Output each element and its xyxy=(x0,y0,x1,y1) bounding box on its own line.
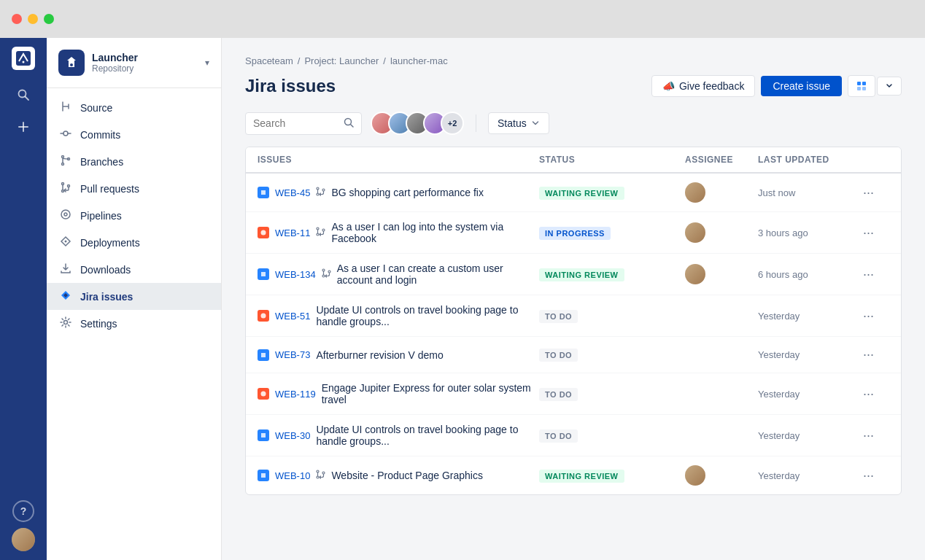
repo-info: Launcher Repository xyxy=(92,52,198,74)
last-updated: Just now xyxy=(758,187,860,198)
breadcrumb-spaceteam[interactable]: Spaceteam xyxy=(245,55,293,66)
table-row: WEB-73 Afterburner revision V demo TO DO… xyxy=(246,337,901,373)
more-button[interactable]: ··· xyxy=(860,346,877,364)
sidebar-item-pipelines[interactable]: Pipelines xyxy=(47,202,221,229)
sidebar-label-branches: Branches xyxy=(80,156,123,168)
give-feedback-button[interactable]: 📣 Give feedback xyxy=(651,75,756,97)
settings-icon xyxy=(58,316,73,330)
pull-requests-icon xyxy=(58,182,73,195)
status-badge: WAITING REVIEW xyxy=(539,268,624,281)
issue-key[interactable]: WEB-119 xyxy=(275,389,316,400)
svg-point-1 xyxy=(23,61,25,63)
issue-type-story-icon xyxy=(258,470,269,481)
status-filter-button[interactable]: Status xyxy=(488,112,549,134)
chevron-view-button[interactable] xyxy=(877,77,902,96)
more-button[interactable]: ··· xyxy=(860,385,877,403)
assignee-avatar xyxy=(685,222,705,243)
table-row: WEB-11 As a user I can log into the syst… xyxy=(246,212,901,254)
sidebar-item-settings[interactable]: Settings xyxy=(47,310,221,337)
branches-icon xyxy=(58,155,73,168)
issue-cell: WEB-73 Afterburner revision V demo xyxy=(258,349,539,361)
more-button[interactable]: ··· xyxy=(860,265,877,284)
issue-cell: WEB-30 Update UI controls on travel book… xyxy=(258,424,539,447)
col-issues: Issues xyxy=(258,155,539,165)
table-row: WEB-134 As a user I can create a custom … xyxy=(246,254,901,295)
issue-title: Website - Product Page Graphics xyxy=(331,470,483,481)
sidebar-label-commits: Commits xyxy=(80,129,120,141)
last-updated: Yesterday xyxy=(758,430,860,441)
app-layout: ? Launcher Repository ▾ xyxy=(0,38,925,560)
more-button[interactable]: ··· xyxy=(860,224,877,242)
breadcrumb-project[interactable]: Project: Launcher xyxy=(304,55,379,66)
search-input[interactable] xyxy=(253,117,339,129)
breadcrumb: Spaceteam / Project: Launcher / launcher… xyxy=(245,55,902,66)
sidebar-icon-add[interactable] xyxy=(10,114,36,140)
breadcrumb-repo[interactable]: launcher-mac xyxy=(390,55,448,66)
sidebar-item-pull-requests[interactable]: Pull requests xyxy=(47,175,221,202)
sidebar-icon-search[interactable] xyxy=(10,82,36,108)
more-button[interactable]: ··· xyxy=(860,184,877,202)
more-button[interactable]: ··· xyxy=(860,427,877,445)
view-icon-button[interactable] xyxy=(848,75,875,97)
status-cell: IN PROGRESS xyxy=(539,226,685,240)
repo-name: Launcher xyxy=(92,52,198,63)
status-cell: TO DO xyxy=(539,309,685,323)
sidebar-label-pipelines: Pipelines xyxy=(80,210,122,222)
status-badge: IN PROGRESS xyxy=(539,227,611,240)
close-button[interactable] xyxy=(12,14,22,24)
svg-rect-23 xyxy=(857,82,861,85)
sidebar-label-source: Source xyxy=(80,102,112,114)
svg-point-22 xyxy=(64,321,68,324)
repo-type: Repository xyxy=(92,63,198,74)
user-avatar[interactable] xyxy=(12,528,35,551)
create-issue-button[interactable]: Create issue xyxy=(761,76,842,96)
col-status: Status xyxy=(539,155,685,165)
svg-point-36 xyxy=(322,229,325,231)
last-updated: Yesterday xyxy=(758,311,860,322)
issue-key[interactable]: WEB-30 xyxy=(275,430,310,441)
table-row: WEB-51 Update UI controls on travel book… xyxy=(246,295,901,337)
sidebar-item-downloads[interactable]: Downloads xyxy=(47,256,221,283)
issue-key[interactable]: WEB-134 xyxy=(275,269,316,280)
assignee-cell xyxy=(685,264,758,284)
status-cell: WAITING REVIEW xyxy=(539,186,685,200)
pr-icon xyxy=(316,227,325,238)
minimize-button[interactable] xyxy=(28,14,38,24)
more-button[interactable]: ··· xyxy=(860,467,877,485)
issue-key[interactable]: WEB-45 xyxy=(275,187,310,198)
issue-title: Afterburner revision V demo xyxy=(316,349,443,361)
sidebar-item-deployments[interactable]: Deployments xyxy=(47,229,221,256)
issue-key[interactable]: WEB-10 xyxy=(275,470,310,481)
sidebar-item-branches[interactable]: Branches xyxy=(47,148,221,175)
status-cell: WAITING REVIEW xyxy=(539,469,685,483)
repo-header[interactable]: Launcher Repository ▾ xyxy=(47,38,221,88)
sidebar-label-pull-requests: Pull requests xyxy=(80,183,139,195)
issue-key[interactable]: WEB-51 xyxy=(275,311,310,322)
search-icon xyxy=(344,117,354,130)
toolbar-divider xyxy=(476,114,476,132)
megaphone-icon: 📣 xyxy=(662,80,675,92)
avatar-overflow: +2 xyxy=(441,112,464,135)
search-box[interactable] xyxy=(245,112,362,135)
assignee-avatar xyxy=(685,264,705,284)
issue-key[interactable]: WEB-73 xyxy=(275,349,310,360)
sidebar-item-jira-issues[interactable]: Jira issues xyxy=(47,283,221,310)
status-badge: WAITING REVIEW xyxy=(539,187,624,200)
jira-icon xyxy=(58,289,73,303)
sidebar-item-commits[interactable]: Commits xyxy=(47,121,221,148)
issue-key[interactable]: WEB-11 xyxy=(275,228,310,238)
app-logo[interactable] xyxy=(12,47,35,70)
toolbar: +2 Status xyxy=(245,112,902,135)
maximize-button[interactable] xyxy=(44,14,54,24)
downloads-icon xyxy=(58,262,73,276)
table-row: WEB-119 Engage Jupiter Express for outer… xyxy=(246,373,901,415)
commits-icon xyxy=(58,128,73,141)
issue-cell: WEB-45 BG shopping cart performance fix xyxy=(258,187,539,198)
more-button[interactable]: ··· xyxy=(860,307,877,325)
sidebar-icon-help[interactable]: ? xyxy=(12,500,34,522)
chevron-down-icon: ▾ xyxy=(205,58,209,68)
status-badge: WAITING REVIEW xyxy=(539,470,624,483)
issue-cell: WEB-134 As a user I can create a custom … xyxy=(258,262,539,286)
sidebar-item-source[interactable]: Source xyxy=(47,94,221,121)
assignee-filter-avatars[interactable]: +2 xyxy=(371,112,464,135)
